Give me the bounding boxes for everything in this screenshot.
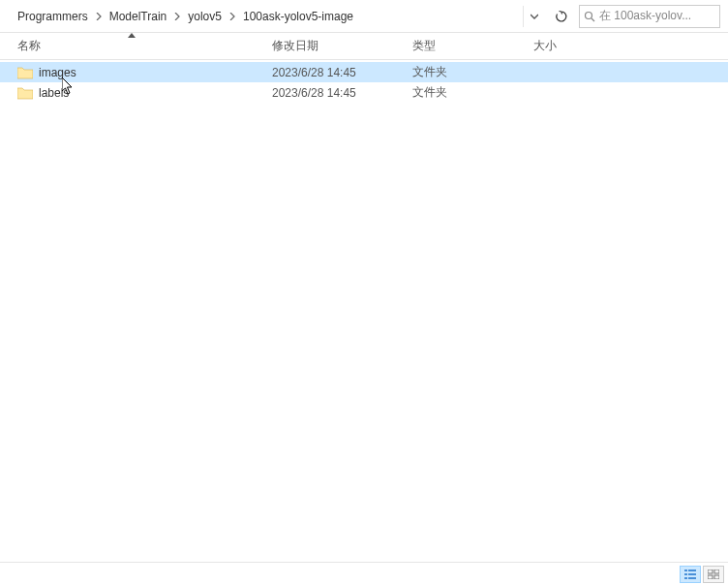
folder-icon <box>17 86 33 100</box>
svg-rect-8 <box>708 570 713 573</box>
file-name: labels <box>39 86 69 100</box>
file-name: images <box>39 66 76 79</box>
column-header-type[interactable]: 类型 <box>405 33 526 59</box>
view-details-button[interactable] <box>680 566 701 583</box>
search-input[interactable]: 在 100ask-yolov... <box>579 5 720 28</box>
svg-rect-11 <box>714 575 719 579</box>
list-item[interactable]: images 2023/6/28 14:45 文件夹 <box>0 62 728 82</box>
address-toolbar: Programmers ModelTrain yolov5 100ask-yol… <box>0 0 728 33</box>
svg-rect-6 <box>684 577 687 579</box>
svg-line-1 <box>592 18 594 21</box>
file-modified: 2023/6/28 14:45 <box>264 86 405 100</box>
history-dropdown[interactable] <box>523 6 544 27</box>
file-list[interactable]: images 2023/6/28 14:45 文件夹 labels 2023/6… <box>0 60 728 103</box>
details-view-icon <box>684 570 696 579</box>
column-header-name[interactable]: 名称 <box>0 33 264 59</box>
svg-rect-10 <box>708 575 713 579</box>
breadcrumb-item[interactable]: yolov5 <box>182 6 228 27</box>
svg-rect-2 <box>684 570 687 571</box>
list-item[interactable]: labels 2023/6/28 14:45 文件夹 <box>0 82 728 103</box>
column-header-modified[interactable]: 修改日期 <box>264 33 405 59</box>
chevron-right-icon[interactable] <box>229 13 235 20</box>
refresh-button[interactable] <box>548 3 575 30</box>
svg-rect-3 <box>688 570 696 571</box>
file-type: 文件夹 <box>405 64 526 80</box>
svg-rect-4 <box>684 573 687 575</box>
svg-rect-5 <box>688 573 696 575</box>
breadcrumb-item[interactable]: ModelTrain <box>104 6 173 27</box>
status-bar <box>0 562 728 585</box>
column-header-size[interactable]: 大小 <box>526 33 622 59</box>
svg-rect-7 <box>688 577 696 579</box>
file-type: 文件夹 <box>405 84 526 101</box>
file-modified: 2023/6/28 14:45 <box>264 66 405 79</box>
chevron-down-icon <box>531 14 538 19</box>
breadcrumb-item[interactable]: Programmers <box>12 6 94 27</box>
folder-icon <box>17 66 33 79</box>
refresh-icon <box>555 10 568 23</box>
view-icons-button[interactable] <box>703 566 724 583</box>
chevron-right-icon[interactable] <box>96 13 102 20</box>
breadcrumb[interactable]: Programmers ModelTrain yolov5 100ask-yol… <box>6 0 519 32</box>
column-headers: 名称 修改日期 类型 大小 <box>0 33 728 60</box>
svg-rect-9 <box>714 570 719 573</box>
icons-view-icon <box>708 570 719 579</box>
search-placeholder: 在 100ask-yolov... <box>599 8 715 24</box>
sort-ascending-icon <box>128 33 136 38</box>
chevron-right-icon[interactable] <box>174 13 180 20</box>
breadcrumb-item[interactable]: 100ask-yolov5-image <box>237 6 359 27</box>
search-icon <box>584 11 595 22</box>
svg-point-0 <box>586 12 592 18</box>
